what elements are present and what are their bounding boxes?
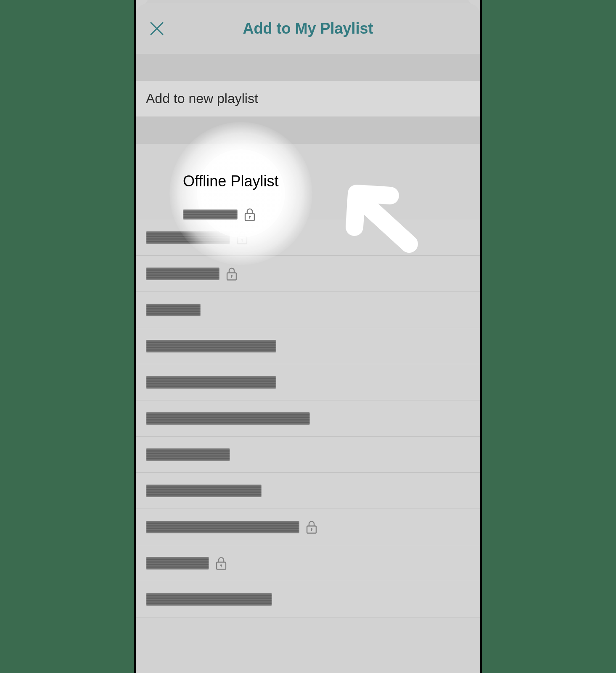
- redacted-text: [183, 209, 238, 220]
- modal-title: Add to My Playlist: [243, 20, 373, 37]
- redacted-text: [146, 485, 262, 497]
- spacer: [136, 54, 480, 81]
- offline-playlist-item[interactable]: [183, 206, 256, 223]
- playlist-row[interactable]: [136, 545, 480, 581]
- svg-rect-14: [249, 217, 250, 219]
- add-to-new-playlist-row[interactable]: Add to new playlist: [136, 81, 480, 117]
- svg-rect-5: [231, 276, 232, 278]
- redacted-text: [146, 557, 209, 570]
- lock-icon: [225, 267, 238, 281]
- playlist-row[interactable]: [136, 256, 480, 292]
- close-icon[interactable]: [148, 19, 166, 38]
- playlist-row[interactable]: [136, 400, 480, 437]
- mobile-screen: Add to My Playlist Add to new playlist O…: [134, 0, 482, 673]
- playlist-row[interactable]: [136, 328, 480, 364]
- redacted-text: [146, 304, 201, 316]
- redacted-text: [146, 376, 276, 389]
- redacted-text: [146, 448, 230, 461]
- redacted-text: [146, 521, 299, 533]
- playlist-row[interactable]: [136, 437, 480, 473]
- playlist-row[interactable]: [136, 473, 480, 509]
- playlist-row[interactable]: [136, 292, 480, 328]
- redacted-text: [146, 593, 272, 606]
- playlist-row[interactable]: [136, 509, 480, 545]
- svg-rect-11: [221, 565, 222, 567]
- playlist-row[interactable]: [136, 220, 480, 256]
- redacted-text: [146, 412, 310, 425]
- playlist-row[interactable]: [136, 581, 480, 617]
- playlist-row[interactable]: [136, 364, 480, 400]
- redacted-text: [146, 268, 219, 280]
- svg-rect-8: [311, 529, 312, 531]
- redacted-text: [146, 340, 276, 352]
- lock-icon: [243, 207, 256, 222]
- add-new-label: Add to new playlist: [146, 91, 258, 106]
- lock-icon: [215, 556, 227, 570]
- lock-icon: [305, 520, 318, 534]
- modal-header: Add to My Playlist: [136, 3, 480, 54]
- redacted-text: [146, 231, 230, 244]
- svg-rect-2: [242, 239, 243, 241]
- lock-icon: [236, 231, 249, 245]
- offline-playlist-row[interactable]: Offline Playlist: [183, 172, 278, 190]
- spacer: [136, 117, 480, 144]
